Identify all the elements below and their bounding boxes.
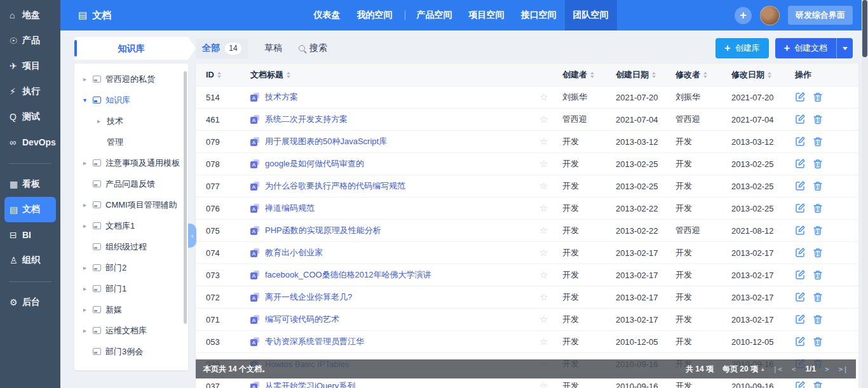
chevron-icon[interactable] bbox=[83, 306, 93, 313]
document-link[interactable]: 编写可读代码的艺术 bbox=[265, 314, 339, 325]
tree-node[interactable]: 管西迎的私货 bbox=[74, 69, 188, 90]
topbar-nav-item[interactable]: 产品空间 bbox=[409, 0, 461, 30]
delete-icon[interactable] bbox=[813, 225, 823, 236]
document-link[interactable]: 技术方案 bbox=[265, 91, 298, 103]
page-scrollbar-thumb[interactable] bbox=[862, 0, 867, 57]
collapse-panel-button[interactable]: ‹ bbox=[188, 224, 196, 248]
topbar-nav-item[interactable]: 项目空间 bbox=[461, 0, 513, 30]
chevron-icon[interactable] bbox=[83, 285, 93, 292]
table-row[interactable]: 078 google是如何做代码审查的 ☆ 开发 2013-02-25 开发 2… bbox=[196, 153, 858, 175]
document-link[interactable]: google是如何做代码审查的 bbox=[265, 158, 364, 170]
interface-switch-button[interactable]: 研发综合界面 bbox=[788, 6, 853, 25]
edit-icon[interactable] bbox=[795, 381, 805, 388]
last-page-button[interactable]: >| bbox=[839, 365, 848, 373]
edit-icon[interactable] bbox=[795, 203, 805, 213]
sidebar-item[interactable]: ▤ 文档 bbox=[4, 197, 56, 222]
delete-icon[interactable] bbox=[813, 314, 823, 324]
create-doc-dropdown[interactable] bbox=[836, 38, 853, 58]
delete-icon[interactable] bbox=[813, 92, 823, 102]
sidebar-item[interactable]: ♙ 组织 bbox=[0, 248, 60, 273]
sort-icon[interactable] bbox=[768, 72, 771, 78]
sidebar-item[interactable]: ⚡ 执行 bbox=[0, 79, 60, 104]
tree-node[interactable]: 知识库 bbox=[74, 90, 188, 110]
chevron-icon[interactable] bbox=[97, 117, 107, 124]
delete-icon[interactable] bbox=[813, 292, 823, 302]
delete-icon[interactable] bbox=[813, 181, 823, 191]
delete-icon[interactable] bbox=[813, 248, 823, 258]
favorite-star-icon[interactable]: ☆ bbox=[539, 158, 548, 169]
delete-icon[interactable] bbox=[813, 137, 823, 147]
tree-node[interactable]: 部门3例会 bbox=[74, 341, 188, 362]
favorite-star-icon[interactable]: ☆ bbox=[539, 225, 548, 236]
topbar-nav-item[interactable]: 接口空间 bbox=[513, 0, 565, 30]
tree-node[interactable]: 部门2 bbox=[74, 257, 188, 278]
table-row[interactable]: 072 离开一线企业你算老几? ☆ 开发 2013-02-17 开发 2013-… bbox=[196, 286, 858, 309]
tree-node[interactable]: 部门1 bbox=[74, 278, 188, 299]
document-link[interactable]: 专访资深系统管理员曹江华 bbox=[265, 336, 364, 347]
sort-icon[interactable] bbox=[287, 72, 290, 78]
table-row[interactable]: 074 教育出小创业家 ☆ 开发 2013-02-17 开发 2013-02-1… bbox=[196, 242, 858, 264]
edit-icon[interactable] bbox=[795, 292, 805, 302]
create-library-button[interactable]: + 创建库 bbox=[715, 38, 768, 58]
table-row[interactable]: 514 技术方案 ☆ 刘振华 2021-07-20 刘振华 2021-07-20 bbox=[196, 86, 858, 109]
per-page-select[interactable]: 每页 20 项 ▴ bbox=[722, 364, 764, 375]
table-row[interactable]: 076 禅道编码规范 ☆ 开发 2013-02-22 开发 2013-02-25 bbox=[196, 197, 858, 220]
edit-icon[interactable] bbox=[795, 137, 805, 147]
document-link[interactable]: 禅道编码规范 bbox=[265, 203, 315, 214]
favorite-star-icon[interactable]: ☆ bbox=[539, 114, 548, 124]
tree-node[interactable]: CMMI项目管理辅助 bbox=[74, 194, 188, 215]
edit-icon[interactable] bbox=[795, 248, 805, 258]
favorite-star-icon[interactable]: ☆ bbox=[539, 269, 548, 280]
sort-icon[interactable] bbox=[217, 72, 221, 78]
sidebar-item[interactable]: ☉ 产品 bbox=[0, 28, 60, 53]
tab-draft[interactable]: 草稿 bbox=[264, 43, 282, 54]
favorite-star-icon[interactable]: ☆ bbox=[539, 180, 548, 191]
document-link[interactable]: 离开一线企业你算老几? bbox=[265, 291, 352, 303]
tree-node[interactable]: 管理 bbox=[74, 131, 188, 152]
col-creator[interactable]: 创建者 bbox=[562, 69, 616, 81]
sidebar-item[interactable]: ⌂ 地盘 bbox=[0, 3, 60, 28]
edit-icon[interactable] bbox=[795, 114, 805, 124]
favorite-star-icon[interactable]: ☆ bbox=[539, 336, 548, 347]
table-row[interactable]: 461 系统二次开发支持方案 ☆ 管西迎 2021-07-04 管西迎 2021… bbox=[196, 109, 858, 131]
chevron-icon[interactable] bbox=[83, 201, 93, 208]
page-scrollbar[interactable] bbox=[862, 0, 868, 388]
tab-all[interactable]: 全部 14 bbox=[196, 39, 248, 58]
favorite-star-icon[interactable]: ☆ bbox=[539, 136, 548, 147]
table-row[interactable]: 077 为什么谷歌要执行严格的代码编写规范 ☆ 开发 2013-02-25 开发… bbox=[196, 175, 858, 197]
document-link[interactable]: 教育出小创业家 bbox=[265, 247, 323, 258]
sidebar-item[interactable]: Q 测试 bbox=[0, 104, 60, 130]
delete-icon[interactable] bbox=[813, 203, 823, 213]
chevron-icon[interactable] bbox=[83, 76, 93, 83]
first-page-button[interactable]: |< bbox=[773, 365, 783, 373]
col-id[interactable]: ID bbox=[206, 70, 250, 79]
document-link[interactable]: PHP函数的实现原理及性能分析 bbox=[265, 225, 381, 236]
favorite-star-icon[interactable]: ☆ bbox=[539, 247, 548, 258]
tree-node[interactable]: 运维文档库 bbox=[74, 320, 188, 341]
chevron-icon[interactable] bbox=[83, 264, 93, 271]
edit-icon[interactable] bbox=[795, 181, 805, 191]
document-link[interactable]: facebook_COO桑德伯格2012年哈佛大学演讲 bbox=[265, 269, 431, 281]
tab-search[interactable]: 搜索 bbox=[299, 43, 327, 54]
table-row[interactable]: 075 PHP函数的实现原理及性能分析 ☆ 开发 2013-02-22 管西迎 … bbox=[196, 220, 858, 242]
table-row[interactable]: 073 facebook_COO桑德伯格2012年哈佛大学演讲 ☆ 开发 201… bbox=[196, 264, 858, 286]
col-title[interactable]: 文档标题 bbox=[250, 69, 539, 81]
tree-node[interactable]: 新媒 bbox=[74, 299, 188, 320]
quick-add-button[interactable]: + bbox=[735, 7, 752, 24]
user-avatar[interactable] bbox=[760, 6, 780, 25]
sort-icon[interactable] bbox=[703, 72, 707, 78]
edit-icon[interactable] bbox=[795, 314, 805, 324]
edit-icon[interactable] bbox=[795, 270, 805, 280]
document-link[interactable]: 为什么谷歌要执行严格的代码编写规范 bbox=[265, 180, 405, 192]
edit-icon[interactable] bbox=[795, 92, 805, 102]
delete-icon[interactable] bbox=[813, 270, 823, 280]
chevron-icon[interactable] bbox=[83, 97, 93, 104]
table-row[interactable]: 071 编写可读代码的艺术 ☆ 开发 2013-02-17 开发 2013-02… bbox=[196, 309, 858, 331]
favorite-star-icon[interactable]: ☆ bbox=[539, 380, 548, 388]
col-editor[interactable]: 修改者 bbox=[675, 69, 731, 81]
favorite-star-icon[interactable]: ☆ bbox=[539, 203, 548, 213]
topbar-nav-item[interactable]: 我的空间 bbox=[349, 0, 401, 30]
delete-icon[interactable] bbox=[813, 381, 823, 388]
delete-icon[interactable] bbox=[813, 337, 823, 347]
chevron-icon[interactable] bbox=[83, 222, 93, 229]
